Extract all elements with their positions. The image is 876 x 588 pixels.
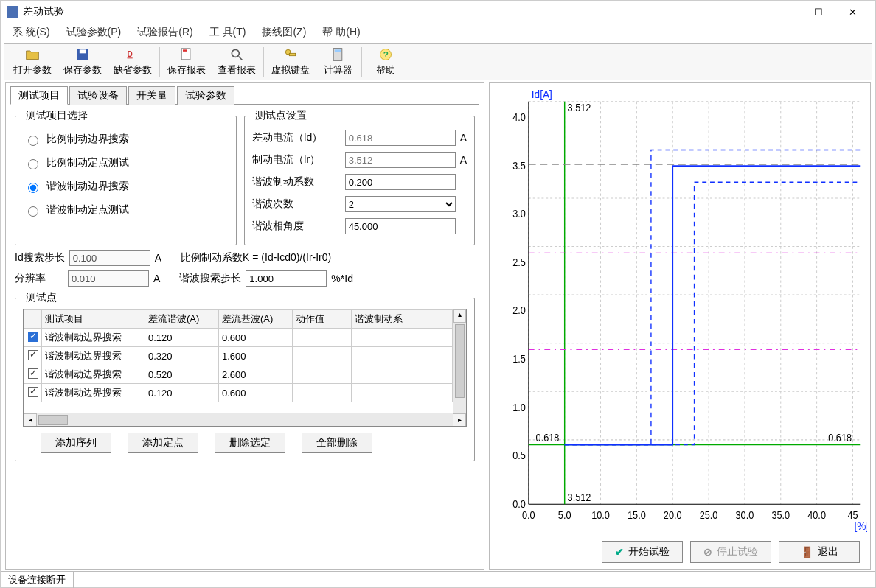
tab-switches[interactable]: 开关量 [128,86,175,105]
tab-devices[interactable]: 试验设备 [69,86,127,105]
chart-area: 0.00.51.01.52.02.53.03.54.0 0.05.010.015… [493,85,867,536]
tab-strip: 测试项目 试验设备 开关量 试验参数 [10,85,479,105]
brake-current-label: 制动电流（Ir） [252,153,341,167]
harm-phase-label: 谐波相角度 [252,220,341,233]
menubar: 系 统(S) 试验参数(P) 试验报告(R) 工 具(T) 接线图(Z) 帮 助… [1,23,875,42]
table-row[interactable]: 谐波制动边界搜索0.1200.600 [24,384,453,402]
test-point-settings-group: 测试点设置 差动电流（Id）A 制动电流（Ir）A 谐波制动系数 谐波次数2 谐… [244,109,475,245]
row-check-icon[interactable] [28,332,38,342]
titlebar: 差动试验 — ☐ ✕ [1,1,875,23]
start-test-button[interactable]: ✔开始试验 [602,541,683,563]
svg-text:4.0: 4.0 [512,111,526,123]
harm-phase-field[interactable] [345,218,456,234]
help-button[interactable]: ?帮助 [364,45,408,79]
save-params-button[interactable]: 保存参数 [58,45,108,79]
menu-help[interactable]: 帮 助(H) [322,26,360,39]
calculator-button[interactable]: 计算器 [316,45,360,79]
test-point-settings-legend: 测试点设置 [252,109,310,122]
statusbar: 设备连接断开 [1,571,875,587]
svg-text:25.0: 25.0 [700,509,718,521]
svg-text:10.0: 10.0 [591,509,610,521]
stop-test-button: ⊘停止试验 [690,541,771,563]
radio-harm-fixed[interactable]: 谐波制动定点测试 [24,203,227,217]
row-check-icon[interactable] [28,368,38,379]
svg-text:3.5: 3.5 [512,160,526,172]
test-item-select-group: 测试项目选择 比例制动边界搜索 比例制动定点测试 谐波制动边界搜索 谐波制动定点… [15,109,237,245]
harm-order-label: 谐波次数 [252,197,341,211]
connection-status: 设备连接断开 [1,572,74,588]
menu-report[interactable]: 试验报告(R) [137,26,192,39]
keyboard-button[interactable]: 虚拟键盘 [265,45,316,79]
exit-button[interactable]: 🚪退出 [779,541,860,563]
test-points-group: 测试点 测试项目 差流谐波(A) 差流基波(A) [15,291,475,461]
radio-harm-boundary[interactable]: 谐波制动边界搜索 [24,180,227,193]
radio-ratio-boundary[interactable]: 比例制动边界搜索 [24,133,227,146]
col-test-item[interactable]: 测试项目 [42,310,145,329]
col-action-val[interactable]: 动作值 [293,310,352,329]
svg-text:20.0: 20.0 [664,509,682,521]
table-row[interactable]: 谐波制动边界搜索0.5202.600 [24,365,453,384]
menu-wiring[interactable]: 接线图(Z) [262,26,306,39]
harm-coef-label: 谐波制动系数 [252,175,341,189]
table-row[interactable]: 谐波制动边界搜索0.1200.600 [24,329,453,347]
row-check-icon[interactable] [28,387,38,397]
radio-ratio-fixed[interactable]: 比例制动定点测试 [24,156,227,169]
menu-tools[interactable]: 工 具(T) [209,26,246,39]
toolbar: 打开参数 保存参数 D缺省参数 保存报表 查看报表 虚拟键盘 计算器 ?帮助 [4,43,872,80]
view-report-button[interactable]: 查看报表 [212,45,262,79]
svg-text:?: ? [383,49,389,59]
stop-icon: ⊘ [703,546,712,558]
y-axis-label: Id[A] [532,88,552,101]
tab-test-params[interactable]: 试验参数 [177,86,234,105]
open-params-button[interactable]: 打开参数 [7,45,58,79]
id-step-field [69,250,150,266]
menu-system[interactable]: 系 统(S) [13,26,50,39]
horizontal-scrollbar[interactable]: ◂▸ [24,413,466,426]
ratio-formula-label: 比例制动系数K = (Id-Icd0)/(Ir-Ir0) [181,251,331,265]
col-fund-current[interactable]: 差流基波(A) [219,310,293,329]
help-icon: ? [378,47,393,62]
test-points-legend: 测试点 [23,291,60,304]
window-title: 差动试验 [23,5,768,18]
diff-current-field [345,130,456,146]
svg-text:0.0: 0.0 [512,498,526,510]
harm-order-select[interactable]: 2 [345,196,456,212]
x-axis-label: [%] [854,520,867,533]
harm-step-field[interactable] [246,270,327,287]
exit-icon: 🚪 [801,546,813,558]
close-button[interactable]: ✕ [835,1,869,23]
resolution-label: 分辨率 [15,272,63,285]
svg-text:0.0: 0.0 [522,509,535,521]
brake-current-field [345,152,456,168]
minimize-button[interactable]: — [768,1,802,23]
svg-text:2.0: 2.0 [512,305,526,317]
vertical-scrollbar[interactable]: ▴ [453,309,466,413]
save-report-button[interactable]: 保存报表 [161,45,212,79]
add-point-button[interactable]: 添加定点 [128,433,198,453]
svg-text:D: D [128,50,133,58]
calculator-icon [330,47,345,62]
svg-text:3.0: 3.0 [512,209,526,220]
key-icon [283,47,298,62]
folder-open-icon [25,47,40,62]
svg-text:5.0: 5.0 [558,509,571,521]
default-params-button[interactable]: D缺省参数 [108,45,158,79]
harm-coef-field[interactable] [345,174,456,190]
report-save-icon [179,47,194,62]
table-row[interactable]: 谐波制动边界搜索0.3201.600 [24,347,453,365]
chart-anno-right-low: 0.618 [828,432,852,444]
col-harm-current[interactable]: 差流谐波(A) [145,310,219,329]
maximize-button[interactable]: ☐ [802,1,835,23]
add-sequence-button[interactable]: 添加序列 [41,433,111,453]
chart-anno-bottom: 3.512 [568,491,591,503]
svg-text:2.5: 2.5 [512,256,526,268]
tab-test-items[interactable]: 测试项目 [10,86,68,105]
row-check-icon[interactable] [28,350,38,360]
col-harm-brake-coef[interactable]: 谐波制动系 [352,310,453,329]
delete-all-button[interactable]: 全部删除 [302,433,372,453]
menu-params[interactable]: 试验参数(P) [66,26,122,39]
check-icon: ✔ [615,546,624,558]
delete-selected-button[interactable]: 删除选定 [215,433,285,453]
resolution-field [68,270,149,287]
svg-text:30.0: 30.0 [736,509,754,521]
